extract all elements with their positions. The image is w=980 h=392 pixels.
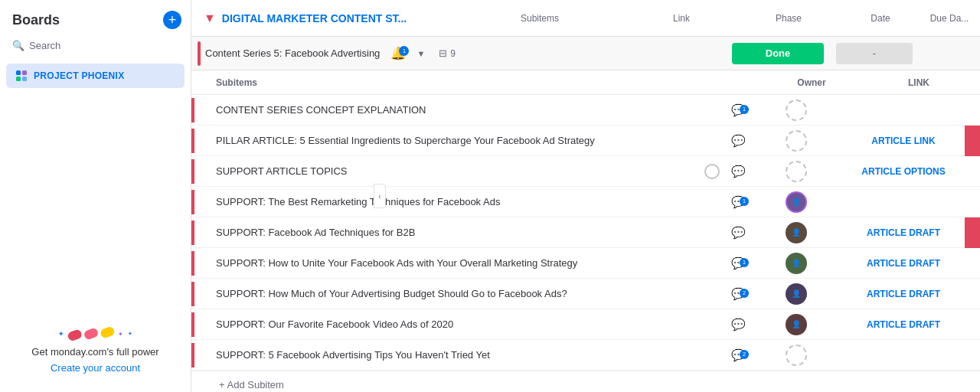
owner-empty-avatar[interactable] (786, 161, 807, 182)
sidebar-promo: ✦ ✦ ✦ Get monday.com's full power Create… (0, 314, 191, 392)
red-indicator (198, 41, 201, 66)
promo-text: Get monday.com's full power (12, 346, 178, 358)
create-account-link[interactable]: Create your account (51, 362, 140, 374)
svg-rect-3 (22, 77, 27, 81)
search-bar[interactable]: 🔍 Search (0, 37, 191, 60)
chat-button[interactable]: 💬 (726, 165, 750, 178)
sidebar-item-project-phoenix[interactable]: PROJECT PHOENIX (6, 64, 185, 88)
chat-icon: 💬 (731, 165, 746, 178)
row-indicator (191, 282, 194, 306)
sub-col-header-link: LINK (858, 77, 980, 88)
color-block (965, 95, 980, 126)
subitem-header-row: Subitems Owner LINK (191, 70, 980, 95)
parent-row-left: Content Series 5: Facebook Advertising 🔔… (191, 41, 462, 66)
board-title: DIGITAL MARKETER CONTENT ST... (222, 12, 407, 24)
link-cell[interactable]: ARTICLE DRAFT (842, 319, 965, 330)
table-row: SUPPORT: How Much of Your Advertising Bu… (191, 279, 980, 309)
table-row: SUPPORT ARTICLE TOPICS 💬 ARTICLE OPTIONS (191, 156, 980, 187)
subitem-name: SUPPORT: How Much of Your Advertising Bu… (216, 288, 726, 299)
col-header-date: Date (842, 13, 919, 24)
chat-icon: 💬 (731, 318, 746, 332)
link-cell[interactable]: ARTICLE LINK (842, 136, 965, 146)
owner-empty-avatar[interactable] (786, 345, 807, 366)
chat-button[interactable]: 💬 (726, 318, 750, 332)
parent-item-title: Content Series 5: Facebook Advertising (205, 47, 383, 59)
sidebar: Boards + 🔍 Search PROJECT PHOENIX ✦ ✦ ✦ (0, 0, 191, 392)
chat-button[interactable]: 💬 1 (726, 103, 750, 117)
add-board-button[interactable]: + (163, 11, 181, 29)
subitem-name: PILLAR ARTICLE: 5 Essential Ingredients … (216, 135, 726, 146)
svg-rect-0 (16, 70, 21, 75)
avatar-initial: 👤 (792, 228, 801, 237)
chat-icon: 💬 (731, 226, 746, 240)
chat-badge: 1 (740, 258, 749, 267)
owner-cell (750, 161, 842, 182)
sub-col-header-subitems: Subitems (216, 77, 766, 88)
color-block (965, 309, 980, 340)
sidebar-collapse-button[interactable]: ‹ (374, 184, 386, 208)
sparkle-right: ✦ (118, 331, 123, 338)
row-indicator (191, 129, 194, 153)
chat-button[interactable]: 💬 2 (726, 348, 750, 362)
date-field[interactable]: - (836, 43, 913, 64)
subitems-section: Subitems Owner LINK CONTENT SERIES CONCE… (191, 70, 980, 392)
owner-avatar: 👤 (786, 314, 807, 335)
subitem-count: ⊟ 9 (433, 47, 462, 59)
project-icon (15, 70, 28, 82)
owner-cell[interactable]: 👤 (750, 253, 842, 274)
monday-logo: ✦ ✦ ✦ (12, 329, 178, 338)
link-cell[interactable]: ARTICLE DRAFT (842, 258, 965, 269)
owner-empty-avatar[interactable] (786, 100, 807, 121)
color-block (965, 248, 980, 279)
subitem-name: SUPPORT: How to Unite Your Facebook Ads … (216, 257, 726, 269)
col-header-phase: Phase (735, 13, 842, 24)
owner-cell[interactable]: 👤 (750, 191, 842, 213)
subitem-count-icon: ⊟ (439, 47, 447, 59)
chat-badge: 1 (740, 105, 749, 114)
owner-cell[interactable]: 👤 (750, 283, 842, 305)
row-indicator (191, 98, 194, 122)
chat-badge: 2 (740, 350, 749, 359)
owner-cell[interactable]: 👤 (750, 222, 842, 243)
chat-button[interactable]: 💬 2 (726, 287, 750, 301)
chat-icon: 💬 (731, 134, 746, 148)
chat-button[interactable]: 💬 (726, 226, 750, 240)
subitem-name: SUPPORT: Facebook Ad Techniques for B2B (216, 227, 726, 238)
sparkle-top: ✦ (128, 331, 132, 337)
parent-notification: 🔔 1 (387, 46, 409, 60)
subitem-name: SUPPORT: 5 Facebook Advertising Tips You… (216, 349, 726, 361)
row-indicator (191, 312, 194, 337)
table-row: SUPPORT: The Best Remarketing Techniques… (191, 187, 980, 217)
add-subitem-row[interactable]: + Add Subitem (191, 371, 980, 392)
status-circle[interactable] (704, 164, 720, 179)
col-header-subitems: Subitems (452, 13, 628, 24)
avatar-initial: 👤 (792, 320, 801, 328)
sub-col-header-owner: Owner (766, 77, 858, 88)
chat-badge: 2 (740, 289, 749, 298)
board-header: ▼ DIGITAL MARKETER CONTENT ST... Subitem… (191, 0, 980, 37)
avatar-initial: 👤 (792, 259, 801, 267)
table-row: SUPPORT: Our Favorite Facebook Video Ads… (191, 309, 980, 340)
color-block (965, 126, 980, 156)
sidebar-header: Boards + (0, 0, 191, 37)
subitem-name: SUPPORT: Our Favorite Facebook Video Ads… (216, 318, 726, 330)
link-cell[interactable]: ARTICLE DRAFT (842, 227, 965, 238)
table-row: CONTENT SERIES CONCEPT EXPLANATION 💬 1 (191, 95, 980, 126)
owner-empty-avatar[interactable] (786, 130, 807, 152)
link-cell[interactable]: ARTICLE OPTIONS (842, 166, 965, 177)
chat-button[interactable]: 💬 (726, 134, 750, 148)
subitem-number: 9 (450, 48, 456, 59)
link-cell[interactable]: ARTICLE DRAFT (842, 289, 965, 299)
owner-cell (750, 345, 842, 366)
expand-arrow[interactable]: ▼ (413, 49, 428, 58)
row-indicator (191, 159, 194, 184)
chat-button[interactable]: 💬 1 (726, 256, 750, 270)
sparkle-left: ✦ (58, 330, 64, 338)
phase-done-button[interactable]: Done (732, 43, 824, 64)
search-label: Search (29, 40, 60, 51)
row-indicator (191, 343, 194, 368)
board-status-icon: ▼ (204, 11, 216, 25)
chat-button[interactable]: 💬 1 (726, 195, 750, 209)
owner-cell[interactable]: 👤 (750, 314, 842, 335)
search-icon: 🔍 (12, 40, 24, 51)
